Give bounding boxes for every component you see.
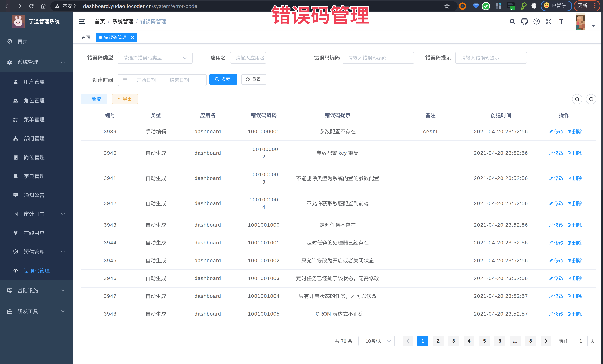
svg-text:on: on [510,7,514,10]
